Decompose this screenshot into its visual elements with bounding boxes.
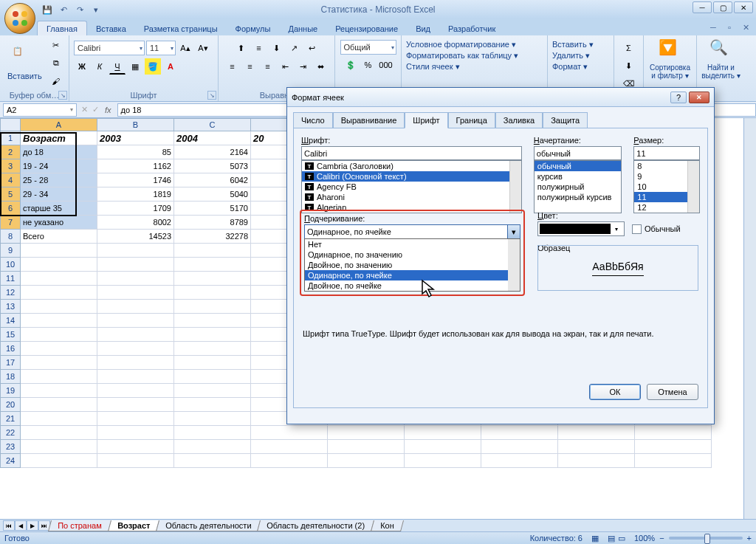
row-header[interactable]: 23 <box>0 440 21 454</box>
dtab-alignment[interactable]: Выравнивание <box>333 112 405 128</box>
merge-icon[interactable]: ⬌ <box>313 58 329 75</box>
name-box[interactable]: A2 <box>3 103 77 117</box>
office-button[interactable] <box>4 3 35 34</box>
cell[interactable]: 5170 <box>174 202 251 216</box>
font-expand-icon[interactable]: ↘ <box>207 91 216 100</box>
cell[interactable] <box>21 412 97 426</box>
row-header[interactable]: 3 <box>0 159 21 173</box>
font-color-button[interactable]: A <box>162 58 179 75</box>
row-header[interactable]: 17 <box>0 356 21 370</box>
size-list[interactable]: 8 9 10 11 12 14 <box>633 160 700 213</box>
conditional-formatting-button[interactable]: Условное форматирование ▾ <box>406 40 516 49</box>
row-header[interactable]: 11 <box>0 272 21 286</box>
increase-indent-icon[interactable]: ⇥ <box>295 58 312 75</box>
cell[interactable]: 32278 <box>174 230 251 244</box>
column-header[interactable]: B <box>97 118 174 131</box>
italic-button[interactable]: К <box>92 58 108 75</box>
align-middle-icon[interactable]: ≡ <box>251 40 267 56</box>
cell[interactable] <box>174 356 251 370</box>
cell[interactable]: 14523 <box>97 230 174 244</box>
cell[interactable]: 19 - 24 <box>21 159 97 173</box>
cell[interactable]: 2003 <box>97 131 174 145</box>
row-header[interactable]: 12 <box>0 286 21 300</box>
cell[interactable] <box>174 314 251 328</box>
row-header[interactable]: 7 <box>0 216 21 230</box>
cell[interactable] <box>405 454 481 468</box>
cell[interactable]: 8002 <box>97 216 174 230</box>
cell[interactable] <box>21 370 97 384</box>
fill-icon[interactable]: ⬇ <box>621 58 637 74</box>
cell[interactable] <box>174 342 251 356</box>
cell[interactable] <box>21 398 97 412</box>
close-button[interactable]: ✕ <box>734 1 753 13</box>
format-painter-icon[interactable]: 🖌 <box>48 73 64 89</box>
cell[interactable] <box>251 440 328 454</box>
chevron-down-icon[interactable]: ▾ <box>611 226 622 233</box>
zoom-slider[interactable] <box>669 537 743 540</box>
row-header[interactable]: 21 <box>0 412 21 426</box>
cell[interactable] <box>21 244 97 258</box>
row-header[interactable]: 18 <box>0 370 21 384</box>
row-header[interactable]: 15 <box>0 328 21 342</box>
cell[interactable]: до 18 <box>21 145 97 159</box>
cell[interactable] <box>97 342 174 356</box>
comma-icon[interactable]: 000 <box>378 57 394 73</box>
cell[interactable] <box>97 314 174 328</box>
cell[interactable] <box>558 440 635 454</box>
underline-option[interactable]: Нет <box>305 239 520 249</box>
cell[interactable] <box>174 328 251 342</box>
row-header[interactable]: 6 <box>0 202 21 216</box>
row-header[interactable]: 16 <box>0 342 21 356</box>
tab-view[interactable]: Вид <box>407 21 439 35</box>
cell[interactable] <box>21 426 97 440</box>
align-bottom-icon[interactable]: ⬇ <box>269 40 285 56</box>
cell[interactable] <box>97 328 174 342</box>
cell[interactable] <box>97 272 174 286</box>
vertical-scrollbar[interactable] <box>743 118 756 519</box>
cell[interactable] <box>174 286 251 300</box>
cell[interactable] <box>328 440 405 454</box>
cell[interactable] <box>21 300 97 314</box>
underline-combo[interactable]: Одинарное, по ячейке ▾ <box>304 224 520 239</box>
sheet-tab[interactable]: Область деятельности <box>156 520 261 531</box>
dtab-number[interactable]: Число <box>293 112 333 128</box>
maximize-button[interactable]: ▢ <box>713 1 732 13</box>
underline-option[interactable]: Одинарное, по значению <box>305 249 520 260</box>
copy-icon[interactable]: ⧉ <box>48 55 64 72</box>
cell[interactable]: старше 35 <box>21 202 97 216</box>
tab-insert[interactable]: Вставка <box>87 21 135 35</box>
cell[interactable] <box>97 426 174 440</box>
cell[interactable]: 6042 <box>174 173 251 187</box>
find-select-button[interactable]: 🔍 Найти и выделить ▾ <box>701 37 740 81</box>
cell[interactable] <box>481 440 558 454</box>
redo-icon[interactable]: ↷ <box>74 4 86 16</box>
cell[interactable] <box>251 426 328 440</box>
tab-formulas[interactable]: Формулы <box>227 21 280 35</box>
cell[interactable] <box>328 426 405 440</box>
cell[interactable] <box>21 258 97 272</box>
cell[interactable] <box>251 454 328 468</box>
cell[interactable] <box>97 370 174 384</box>
style-input[interactable]: обычный <box>534 146 622 160</box>
cell[interactable] <box>21 272 97 286</box>
tab-nav-next-icon[interactable]: ▶ <box>27 520 38 531</box>
row-header[interactable]: 14 <box>0 314 21 328</box>
size-input[interactable]: 11 <box>633 146 700 160</box>
cell[interactable]: 1746 <box>97 173 174 187</box>
row-header[interactable]: 19 <box>0 384 21 398</box>
cell[interactable] <box>97 454 174 468</box>
orientation-icon[interactable]: ↗ <box>286 40 303 56</box>
underline-option[interactable]: Двойное, по значению <box>305 260 520 270</box>
delete-cells-button[interactable]: Удалить ▾ <box>552 51 590 61</box>
row-header[interactable]: 20 <box>0 398 21 412</box>
row-header[interactable]: 4 <box>0 173 21 187</box>
undo-icon[interactable]: ↶ <box>58 4 69 16</box>
minimize-button[interactable]: ─ <box>693 1 712 13</box>
cell[interactable]: 2164 <box>174 145 251 159</box>
font-size-combo[interactable]: 11 <box>146 41 176 55</box>
cell[interactable] <box>21 314 97 328</box>
tab-review[interactable]: Рецензирование <box>326 21 407 35</box>
dialog-titlebar[interactable]: Формат ячеек ? ✕ <box>287 88 714 107</box>
qat-more-icon[interactable]: ▾ <box>90 4 102 16</box>
dialog-help-button[interactable]: ? <box>670 92 687 103</box>
